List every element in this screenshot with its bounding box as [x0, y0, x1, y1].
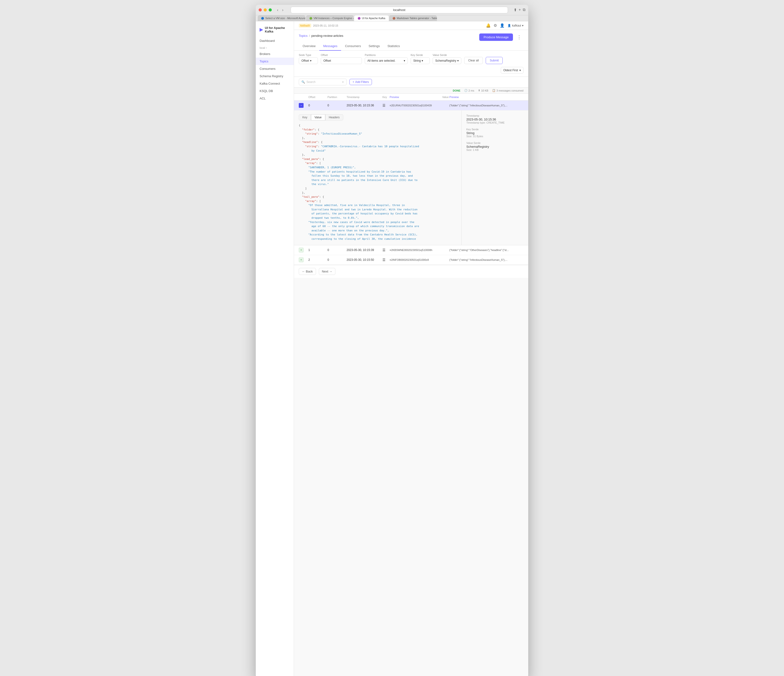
back-nav-button[interactable]: ‹ — [275, 8, 280, 12]
github-icon[interactable]: ⚙ — [493, 23, 497, 28]
col-header-timestamp: Timestamp — [347, 96, 383, 98]
partitions-select[interactable]: All items are selected. ▾ — [365, 58, 408, 64]
breadcrumb-separator: / — [309, 34, 310, 37]
notification-icon[interactable]: 🔔 — [486, 23, 491, 28]
table-row[interactable]: + 1 0 2023-05-30, 10:15:39 ☰ ≡2KBSWNE000… — [294, 245, 528, 255]
row-partition-1: 0 — [327, 248, 347, 252]
browser-tab-azure[interactable]: 🔵 Select a VM size - Microsoft Azure — [258, 15, 305, 21]
key-serde-select[interactable]: String ▾ — [411, 58, 430, 64]
partitions-group: Partitions All items are selected. ▾ — [365, 53, 408, 64]
value-serde-select[interactable]: SchemaRegistry ▾ — [432, 58, 461, 64]
close-button[interactable] — [259, 8, 262, 11]
table-row[interactable]: + 2 0 2023-05-30, 10:15:50 ☰ ≡2INFOB0002… — [294, 255, 528, 265]
meta-timestamp-type: Timestamp type: CREATE_TIME — [466, 121, 523, 124]
meta-value-serde-value: SchemaRegistry — [466, 145, 523, 148]
commit-badge[interactable]: fdd9ad9 — [299, 24, 311, 28]
next-button[interactable]: Next → — [319, 268, 335, 275]
logo-text: UI for Apache Kafka — [265, 26, 290, 33]
tables-favicon: 🟤 — [392, 17, 395, 20]
value-serde-group: Value Serde SchemaRegistry ▾ — [432, 53, 461, 64]
inner-tab-key[interactable]: Key — [299, 114, 311, 120]
table-row[interactable]: − 0 0 2023-05-30, 10:15:36 ☰ ≡2EURAUT000… — [294, 101, 528, 111]
sidebar-item-consumers[interactable]: Consumers — [256, 65, 294, 72]
traffic-lights — [259, 8, 272, 11]
sidebar-item-acl[interactable]: ACL — [256, 95, 294, 102]
offset-group: Offset — [321, 53, 362, 64]
row-toggle-expand-2[interactable]: + — [299, 257, 303, 262]
search-box[interactable]: 🔍 Search ✕ — [299, 79, 347, 85]
minimize-button[interactable] — [264, 8, 267, 11]
tab-settings[interactable]: Settings — [365, 42, 384, 51]
schema-registry-label: Schema Registry — [260, 74, 283, 78]
tabs-icon[interactable]: ⧉ — [523, 8, 525, 12]
clear-all-button[interactable]: Clear all — [464, 57, 483, 64]
value-serde-label: Value Serde — [432, 53, 461, 56]
col-header-key: Key — [383, 96, 390, 98]
oldest-first-chevron-icon: ▾ — [520, 69, 521, 72]
user-menu[interactable]: 👤 kafkaui ▾ — [507, 24, 523, 27]
logo-icon: ▶ — [260, 27, 263, 32]
row-toggle-expand-1[interactable]: + — [299, 248, 303, 252]
status-messages: 📋 3 messages consumed — [492, 89, 523, 92]
back-button[interactable]: ← Back — [299, 268, 316, 275]
kafka-connect-label: Kafka Connect — [260, 82, 280, 85]
meta-key-serde-size: Size: 31 Bytes — [466, 135, 523, 138]
add-filters-button[interactable]: + Add Filters — [350, 79, 372, 85]
row-key-icon-2: ☰ — [383, 258, 390, 262]
acl-label: ACL — [260, 97, 266, 100]
row-partition-2: 0 — [327, 258, 347, 262]
seek-type-group: Seek Type Offset ▾ — [299, 53, 318, 64]
inner-tab-headers[interactable]: Headers — [325, 114, 343, 120]
more-options-button[interactable]: ⋮ — [515, 33, 523, 41]
tab-statistics[interactable]: Statistics — [384, 42, 404, 51]
app-layout: ▶ UI for Apache Kafka Dashboard local ↑ … — [256, 21, 528, 676]
sidebar-section-local: local ↑ — [256, 44, 294, 50]
browser-tab-tables[interactable]: 🟤 Markdown Tables generator - TablesGene… — [389, 15, 437, 21]
offset-input[interactable] — [321, 58, 362, 64]
brokers-label: Brokers — [260, 52, 270, 56]
address-bar[interactable]: localhost — [291, 7, 508, 13]
download-icon: ⬇ — [478, 89, 480, 92]
col-header-value-preview[interactable]: Preview — [450, 96, 523, 98]
maximize-button[interactable] — [269, 8, 272, 11]
seek-type-select[interactable]: Offset ▾ — [299, 58, 318, 64]
json-viewer: { "folder": { "string": "InfectiousDisea… — [299, 123, 457, 241]
titlebar: ‹ › localhost ⬆ + ⧉ — [256, 5, 528, 15]
row-value-preview-1: {"folder":{"string":"OtherDiseases"},"he… — [450, 249, 523, 251]
meta-key-serde: Key Serde String Size: 31 Bytes — [466, 128, 523, 138]
search-icon: 🔍 — [302, 80, 305, 84]
share-icon[interactable]: ⬆ — [514, 8, 517, 12]
produce-message-button[interactable]: Produce Message — [479, 33, 513, 41]
row-toggle-expand-0[interactable]: − — [299, 103, 303, 108]
col-header-partition: Partition — [327, 96, 347, 98]
username: kafkaui — [512, 24, 521, 27]
new-tab-icon[interactable]: + — [519, 8, 521, 12]
sidebar-item-ksql-db[interactable]: KSQL DB — [256, 87, 294, 95]
search-clear-icon[interactable]: ✕ — [342, 81, 344, 84]
key-serde-label: Key Serde — [411, 53, 430, 56]
sidebar-item-topics[interactable]: Topics — [256, 58, 294, 65]
col-header-key-preview[interactable]: Preview — [390, 96, 442, 98]
pagination: ← Back Next → — [294, 265, 528, 278]
tab-overview[interactable]: Overview — [299, 42, 319, 51]
browser-tab-kafka[interactable]: 🟣 UI for Apache Kafka — [354, 15, 389, 21]
status-row: DONE 🕐 2 ms ⬇ 10 KB 📋 3 messages consume… — [294, 87, 528, 94]
row-key-0: ≡2EURAUT00020230501ej5100439 — [390, 104, 442, 107]
status-size: ⬇ 10 KB — [478, 89, 488, 92]
breadcrumb-topics-link[interactable]: Topics — [299, 34, 308, 37]
inner-tab-value[interactable]: Value — [311, 114, 325, 120]
help-icon[interactable]: 👤 — [500, 23, 505, 28]
tab-consumers[interactable]: Consumers — [341, 42, 364, 51]
submit-button[interactable]: Submit — [486, 57, 502, 64]
status-done: DONE — [453, 89, 460, 92]
sidebar-item-schema-registry[interactable]: Schema Registry — [256, 72, 294, 80]
sidebar-item-brokers[interactable]: Brokers — [256, 50, 294, 58]
browser-tab-gcp[interactable]: 🟢 VM Instances – Compute Engine – phx-ng… — [306, 15, 354, 21]
oldest-first-select[interactable]: Oldest First ▾ — [501, 67, 523, 74]
sidebar-item-dashboard[interactable]: Dashboard — [256, 37, 294, 44]
tab-messages[interactable]: Messages — [319, 42, 341, 51]
table-header: Offset Partition Timestamp Key Preview V… — [294, 94, 528, 101]
ksql-db-label: KSQL DB — [260, 89, 273, 93]
sidebar-item-kafka-connect[interactable]: Kafka Connect — [256, 80, 294, 87]
forward-nav-button[interactable]: › — [281, 8, 285, 12]
